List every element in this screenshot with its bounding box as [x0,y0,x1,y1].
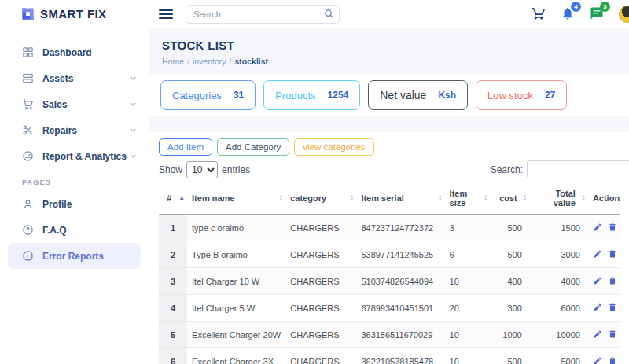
sidebar-item-profile[interactable]: Profile [0,191,149,217]
column-header-total-value[interactable]: Total value ▲▼ [530,182,588,215]
column-header-item-serial[interactable]: Item serial ▲▼ [356,182,444,215]
assets-icon [22,72,34,84]
cost-cell: 500 [491,241,530,268]
column-header-item-size[interactable]: Item size ▲▼ [445,182,491,215]
page-title: STOCK LIST [162,39,616,52]
chevron-down-icon [129,126,138,134]
view-categories-button[interactable]: view categories [294,138,373,156]
sidebar-item-repairs[interactable]: Repairs [0,117,149,143]
item-serial-cell: 847237124772372 [356,215,444,241]
table-search-input[interactable] [527,160,629,178]
add-item-button[interactable]: Add Item [159,138,212,156]
table-search-label: Search: [491,164,523,175]
stock-table: # ▲ Item name ▲▼ category ▲▼ Item seri [159,182,620,364]
table-row: 4 Itel Charger 5 W CHARGERS 678993410451… [159,295,620,322]
sort-icon: ▲▼ [523,194,528,202]
sort-icon: ▲▼ [438,194,443,202]
breadcrumb-inventory[interactable]: inventory [193,57,226,66]
low-stock-card-value: 27 [545,90,555,101]
edit-pencil-icon[interactable] [593,303,602,312]
edit-pencil-icon[interactable] [593,356,602,364]
sidebar-item-label: F.A.Q [42,225,67,236]
delete-trash-icon[interactable] [608,276,617,285]
pages-section-label: PAGES [0,169,149,191]
notifications-bell-icon[interactable]: 4 [561,6,576,22]
delete-trash-icon[interactable] [608,329,617,339]
edit-pencil-icon[interactable] [593,222,602,232]
edit-pencil-icon[interactable] [593,276,602,285]
delete-trash-icon[interactable] [608,303,617,312]
item-size-cell: 10 [445,322,491,348]
cart-icon[interactable] [532,6,547,22]
net-value-card-value: Ksh [438,90,456,101]
page-length-select[interactable]: 10 [186,161,218,178]
profile-person-icon [22,198,34,210]
item-serial-cell: 363186511670029 [356,322,444,348]
sidebar-item-error-reports[interactable]: Error Reports [8,243,141,269]
sidebar-item-label: Dashboard [42,47,92,58]
menu-toggle-icon[interactable] [159,7,173,21]
categories-card-label: Categories [172,90,222,101]
column-header-category[interactable]: category ▲▼ [285,182,356,215]
repairs-scissors-icon [22,124,34,136]
sidebar-item-label: Sales [42,99,67,110]
cost-cell: 1000 [491,322,530,348]
categories-card[interactable]: Categories 31 [160,80,256,110]
brand-name: SMART FIX [40,7,106,20]
table-row: 5 Excellent Charger 20W CHARGERS 3631865… [159,322,620,348]
messages-badge: 3 [600,2,610,12]
column-header-number[interactable]: # ▲ [159,182,187,215]
sidebar-item-label: Error Reports [42,251,104,262]
sidebar-item-dashboard[interactable]: Dashboard [0,39,149,65]
sidebar-item-faq[interactable]: F.A.Q [0,217,149,243]
sidebar-item-label: Repairs [42,125,77,136]
minus-circle-icon [22,250,34,262]
low-stock-card[interactable]: Low stock 27 [476,80,567,110]
column-header-action: Action [588,182,620,215]
cost-cell: 500 [491,215,530,241]
item-size-cell: 20 [445,295,491,322]
cost-cell: 500 [491,348,530,364]
global-search-input[interactable] [186,5,340,24]
category-cell: CHARGERS [285,322,356,348]
net-value-card[interactable]: Net value Ksh [368,80,468,110]
add-category-button[interactable]: Add Category [217,138,289,156]
sidebar-item-label: Report & Analytics [42,151,127,162]
item-name-cell: Excellent Charger 20W [187,322,285,348]
products-card[interactable]: Products 1254 [263,80,360,110]
total-value-cell: 4000 [530,268,588,295]
item-serial-cell: 678993410451501 [356,295,444,322]
delete-trash-icon[interactable] [608,356,617,364]
sort-icon: ▲▼ [484,194,488,202]
item-size-cell: 3 [445,215,491,241]
total-value-cell: 3000 [530,241,588,268]
sales-cart-icon [22,98,34,110]
messages-icon[interactable]: 3 [590,6,605,22]
notifications-badge: 4 [571,2,581,12]
net-value-card-label: Net value [380,89,426,101]
sort-icon: ▲▼ [349,194,354,202]
sort-icon: ▲▼ [581,194,586,202]
row-number: 3 [159,268,187,295]
action-cell [588,215,620,241]
sidebar-item-sales[interactable]: Sales [0,91,149,117]
delete-trash-icon[interactable] [608,249,617,259]
edit-pencil-icon[interactable] [593,329,602,339]
item-size-cell: 10 [445,268,491,295]
analytics-gauge-icon [22,150,34,162]
column-header-cost[interactable]: cost ▲▼ [491,182,530,215]
chevron-down-icon [129,74,138,83]
user-avatar[interactable] [619,6,629,23]
row-number: 2 [159,241,187,268]
brand-logo[interactable]: SMART FIX [0,6,149,21]
sidebar-item-report-analytics[interactable]: Report & Analytics [0,143,149,169]
delete-trash-icon[interactable] [608,222,617,232]
sidebar-item-assets[interactable]: Assets [0,65,149,91]
breadcrumb-home[interactable]: Home [162,57,184,66]
edit-pencil-icon[interactable] [593,249,602,259]
action-cell [588,268,620,295]
column-header-item-name[interactable]: Item name ▲▼ [187,182,285,215]
category-cell: CHARGERS [285,268,356,295]
entries-label: entries [222,164,250,175]
sort-asc-icon: ▲ [178,195,185,201]
